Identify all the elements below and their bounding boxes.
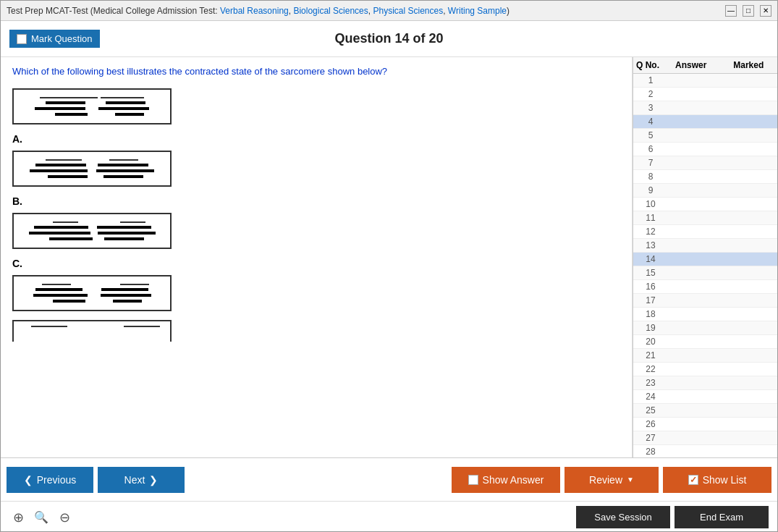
question-list-row[interactable]: 3 bbox=[633, 101, 777, 115]
prev-icon: ❮ bbox=[24, 474, 33, 486]
question-list-row[interactable]: 1 bbox=[633, 74, 777, 88]
show-answer-label: Show Answer bbox=[483, 474, 544, 486]
q-number: 25 bbox=[633, 405, 662, 415]
base-diagram bbox=[12, 88, 620, 124]
question-list-row[interactable]: 13 bbox=[633, 239, 777, 253]
question-list-row[interactable]: 24 bbox=[633, 390, 777, 404]
q-number: 22 bbox=[633, 364, 662, 374]
previous-button[interactable]: ❮ Previous bbox=[7, 467, 93, 493]
question-list-row[interactable]: 27 bbox=[633, 431, 777, 445]
q-number: 10 bbox=[633, 199, 662, 209]
question-list-row[interactable]: 5 bbox=[633, 129, 777, 143]
mark-question-label: Mark Question bbox=[31, 33, 93, 44]
next-icon: ❯ bbox=[149, 474, 158, 486]
question-list-row[interactable]: 26 bbox=[633, 418, 777, 431]
question-title: Question 14 of 20 bbox=[334, 31, 443, 46]
header: Mark Question Question 14 of 20 bbox=[1, 21, 777, 57]
question-list-row[interactable]: 20 bbox=[633, 335, 777, 349]
mark-question-button[interactable]: Mark Question bbox=[9, 30, 100, 48]
col-qno: Q No. bbox=[633, 60, 662, 70]
previous-label: Previous bbox=[37, 474, 76, 486]
q-number: 20 bbox=[633, 337, 662, 347]
show-list-label: Show List bbox=[703, 474, 747, 486]
col-marked: Marked bbox=[720, 60, 778, 70]
question-text: Which of the following best illustrates … bbox=[12, 66, 620, 77]
option-c-diagram[interactable] bbox=[12, 275, 620, 311]
option-a-box bbox=[12, 151, 172, 187]
close-button[interactable]: ✕ bbox=[760, 5, 771, 17]
question-list-row[interactable]: 25 bbox=[633, 404, 777, 418]
option-b-diagram[interactable] bbox=[12, 213, 620, 249]
zoom-out-button[interactable]: ⊖ bbox=[56, 509, 73, 526]
question-list[interactable]: 1 2 3 4 5 6 7 8 bbox=[633, 74, 777, 457]
next-button[interactable]: Next ❯ bbox=[98, 467, 185, 493]
zoom-bar: ⊕ 🔍 ⊖ Save Session End Exam bbox=[1, 501, 777, 532]
show-answer-button[interactable]: Show Answer bbox=[452, 467, 560, 493]
maximize-button[interactable]: □ bbox=[743, 5, 754, 17]
question-list-row[interactable]: 21 bbox=[633, 349, 777, 363]
question-list-row[interactable]: 19 bbox=[633, 321, 777, 335]
q-number: 18 bbox=[633, 309, 662, 319]
end-exam-button[interactable]: End Exam bbox=[675, 506, 769, 528]
question-list-row[interactable]: 17 bbox=[633, 294, 777, 308]
question-list-row[interactable]: 23 bbox=[633, 376, 777, 390]
option-d-diagram-partial[interactable] bbox=[12, 320, 620, 342]
question-list-row[interactable]: 7 bbox=[633, 156, 777, 170]
question-list-row[interactable]: 8 bbox=[633, 170, 777, 184]
zoom-bar-right: Save Session End Exam bbox=[576, 506, 769, 528]
q-number: 8 bbox=[633, 172, 662, 182]
q-number: 2 bbox=[633, 89, 662, 99]
question-list-row[interactable]: 22 bbox=[633, 363, 777, 376]
zoom-in-button[interactable]: ⊕ bbox=[9, 509, 27, 526]
q-number: 11 bbox=[633, 213, 662, 223]
q-number: 6 bbox=[633, 144, 662, 154]
review-label: Review bbox=[589, 474, 622, 486]
question-list-row[interactable]: 12 bbox=[633, 225, 777, 239]
q-number: 1 bbox=[633, 75, 662, 85]
save-session-button[interactable]: Save Session bbox=[576, 506, 670, 528]
q-number: 12 bbox=[633, 227, 662, 237]
mark-checkbox-icon bbox=[17, 34, 27, 44]
q-number: 15 bbox=[633, 268, 662, 278]
q-number: 13 bbox=[633, 240, 662, 250]
q-number: 28 bbox=[633, 447, 662, 457]
base-diagram-box bbox=[12, 88, 172, 124]
option-a-diagram[interactable] bbox=[12, 151, 620, 187]
question-list-row[interactable]: 15 bbox=[633, 266, 777, 280]
q-number: 17 bbox=[633, 295, 662, 305]
q-number: 26 bbox=[633, 419, 662, 429]
show-list-button[interactable]: ✓ Show List bbox=[663, 467, 771, 493]
q-number: 14 bbox=[633, 254, 662, 264]
review-button[interactable]: Review ▼ bbox=[565, 467, 659, 493]
zoom-normal-button[interactable]: 🔍 bbox=[33, 509, 50, 526]
question-list-row[interactable]: 9 bbox=[633, 184, 777, 198]
question-list-row[interactable]: 28 bbox=[633, 445, 777, 457]
question-list-row[interactable]: 6 bbox=[633, 143, 777, 156]
zoom-out-icon: ⊖ bbox=[59, 510, 70, 525]
q-number: 23 bbox=[633, 378, 662, 388]
question-list-row[interactable]: 16 bbox=[633, 280, 777, 294]
question-list-row[interactable]: 2 bbox=[633, 88, 777, 101]
right-panel: Q No. Answer Marked 1 2 3 4 5 6 bbox=[633, 57, 777, 457]
q-number: 9 bbox=[633, 185, 662, 195]
q-number: 19 bbox=[633, 323, 662, 333]
footer-buttons: ❮ Previous Next ❯ Show Answer Review ▼ ✓… bbox=[1, 457, 777, 501]
next-label: Next bbox=[124, 474, 145, 486]
question-list-row[interactable]: 18 bbox=[633, 308, 777, 321]
zoom-normal-icon: 🔍 bbox=[34, 510, 48, 524]
show-list-checkbox-icon: ✓ bbox=[688, 475, 698, 485]
question-list-row[interactable]: 14 bbox=[633, 253, 777, 266]
question-list-row[interactable]: 4 bbox=[633, 115, 777, 129]
title-bar-text: Test Prep MCAT-Test (Medical College Adm… bbox=[7, 6, 509, 16]
q-number: 16 bbox=[633, 282, 662, 292]
minimize-button[interactable]: — bbox=[725, 5, 737, 17]
question-list-row[interactable]: 11 bbox=[633, 211, 777, 225]
question-area: Which of the following best illustrates … bbox=[1, 57, 633, 457]
q-number: 5 bbox=[633, 130, 662, 140]
title-bar: Test Prep MCAT-Test (Medical College Adm… bbox=[1, 1, 777, 21]
question-list-row[interactable]: 10 bbox=[633, 198, 777, 211]
right-panel-header: Q No. Answer Marked bbox=[633, 57, 777, 74]
q-number: 4 bbox=[633, 117, 662, 127]
q-number: 7 bbox=[633, 158, 662, 168]
title-bar-controls: — □ ✕ bbox=[725, 5, 771, 17]
